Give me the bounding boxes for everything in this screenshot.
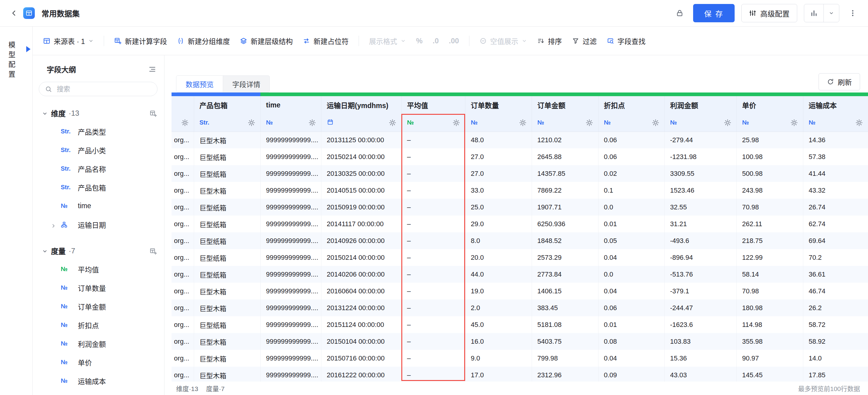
field-item[interactable]: Str.产品名称 bbox=[33, 159, 164, 178]
gear-icon bbox=[652, 119, 659, 127]
column-type-strip bbox=[465, 92, 532, 96]
expand-panel-button[interactable] bbox=[26, 46, 31, 52]
column-settings-button[interactable] bbox=[585, 119, 593, 127]
lock-icon bbox=[676, 9, 684, 17]
table-cell: -244.47 bbox=[664, 300, 737, 316]
string-type-icon: Str. bbox=[199, 119, 209, 126]
advanced-config-button[interactable]: 高级配置 bbox=[741, 4, 797, 22]
table-cell: 0.1 bbox=[598, 182, 664, 199]
table-cell: 218.75 bbox=[737, 232, 803, 249]
gear-icon bbox=[724, 119, 732, 127]
column-settings-button[interactable] bbox=[308, 119, 316, 127]
field-item[interactable]: №订单金额 bbox=[33, 297, 164, 316]
column-header-7[interactable]: 折扣点 bbox=[598, 96, 664, 114]
increase-decimal-button[interactable]: .00 bbox=[449, 37, 459, 45]
decrease-decimal-button[interactable]: .0 bbox=[433, 37, 439, 45]
lock-button[interactable] bbox=[673, 6, 686, 20]
new-calc-field-button[interactable]: 新建计算字段 bbox=[114, 36, 167, 46]
null-display-button[interactable]: 空值展示 bbox=[479, 36, 527, 46]
column-settings-button[interactable] bbox=[724, 119, 732, 127]
column-header-8[interactable]: 利润金额 bbox=[664, 96, 737, 114]
column-header-0[interactable] bbox=[172, 96, 194, 114]
column-header-6[interactable]: 订单金额 bbox=[532, 96, 598, 114]
table-cell: org... bbox=[172, 182, 194, 199]
field-item[interactable]: Str.产品类型 bbox=[33, 122, 164, 141]
column-header-2[interactable]: time bbox=[260, 96, 321, 114]
field-item[interactable]: 运输日期 bbox=[33, 215, 164, 234]
outline-settings-button[interactable] bbox=[148, 65, 156, 73]
search-input[interactable] bbox=[39, 82, 157, 96]
refresh-button[interactable]: 刷新 bbox=[818, 73, 860, 90]
field-item[interactable]: №平均值 bbox=[33, 260, 164, 278]
column-type-strip bbox=[803, 92, 868, 96]
column-type-strip bbox=[737, 92, 803, 96]
table-cell: – bbox=[401, 316, 465, 333]
more-menu-button[interactable] bbox=[846, 6, 860, 20]
back-button[interactable] bbox=[8, 7, 20, 19]
source-table-selector[interactable]: 来源表 · 1 bbox=[43, 36, 94, 46]
column-header-3[interactable]: 运输日期(ymdhms) bbox=[321, 96, 401, 114]
column-header-4[interactable]: 平均值 bbox=[401, 96, 465, 114]
column-header-1[interactable]: 产品包箱 bbox=[194, 96, 260, 114]
field-item[interactable]: №利润金额 bbox=[33, 334, 164, 353]
chart-dropdown-button[interactable] bbox=[824, 4, 839, 22]
table-cell: 45.0 bbox=[465, 316, 532, 333]
toolbar-divider bbox=[469, 36, 469, 46]
table-cell: 1848.52 bbox=[532, 232, 598, 249]
table-row: org...巨型木箱999999999999....20160604 00:00… bbox=[172, 283, 868, 300]
chevron-down-icon bbox=[88, 38, 94, 44]
percent-format-button[interactable]: % bbox=[416, 37, 423, 45]
column-settings-button[interactable] bbox=[248, 119, 255, 127]
create-chart-button[interactable] bbox=[804, 4, 824, 22]
column-header-9[interactable]: 单价 bbox=[737, 96, 803, 114]
column-header-10[interactable]: 运输成本 bbox=[803, 96, 868, 114]
measure-list: №平均值№订单数量№订单金额№折扣点№利润金额№单价№运输成本 bbox=[33, 260, 164, 390]
field-find-button[interactable]: 字段查找 bbox=[607, 36, 646, 46]
column-header-5[interactable]: 订单数量 bbox=[465, 96, 532, 114]
field-item[interactable]: №单价 bbox=[33, 353, 164, 371]
field-item[interactable]: №time bbox=[33, 196, 164, 215]
sort-button[interactable]: 排序 bbox=[537, 36, 562, 46]
column-settings-button[interactable] bbox=[652, 119, 659, 127]
table-cell: 1523.46 bbox=[664, 182, 737, 199]
new-group-dimension-button[interactable]: 新建分组维度 bbox=[177, 36, 230, 46]
model-config-tab[interactable]: 模型配置 bbox=[6, 41, 17, 80]
tab-field-details[interactable]: 字段详情 bbox=[223, 76, 270, 92]
table-cell: 2312.96 bbox=[532, 367, 598, 384]
table-cell: 17.0 bbox=[465, 367, 532, 384]
table-cell: 巨型纸箱 bbox=[194, 148, 260, 165]
table-cell: 262.11 bbox=[737, 215, 803, 232]
collapse-measures-icon[interactable] bbox=[42, 247, 48, 255]
add-measure-button[interactable] bbox=[150, 247, 157, 255]
add-dimension-button[interactable] bbox=[150, 109, 157, 118]
table-row: org...巨型木箱999999999999....20161222 00:00… bbox=[172, 367, 868, 384]
table-cell: – bbox=[401, 300, 465, 316]
field-item[interactable]: №订单数量 bbox=[33, 278, 164, 297]
column-settings-button[interactable] bbox=[389, 119, 397, 127]
field-item[interactable]: №运输成本 bbox=[33, 371, 164, 390]
table-cell: 70.2 bbox=[803, 249, 868, 266]
display-format-button[interactable]: 展示格式 bbox=[369, 36, 406, 46]
new-placeholder-button[interactable]: 新建占位符 bbox=[303, 36, 348, 46]
table-cell: 70.98 bbox=[737, 199, 803, 215]
field-item[interactable]: Str.产品包箱 bbox=[33, 178, 164, 196]
field-item[interactable]: Str.产品小类 bbox=[33, 141, 164, 159]
table-cell: 巨型木箱 bbox=[194, 367, 260, 384]
field-item[interactable]: №折扣点 bbox=[33, 316, 164, 334]
column-settings-button[interactable] bbox=[790, 119, 798, 127]
column-settings-button[interactable] bbox=[181, 119, 189, 127]
table-cell: 999999999999.... bbox=[260, 316, 321, 333]
column-settings-button[interactable] bbox=[519, 119, 527, 127]
column-settings-button[interactable] bbox=[855, 119, 863, 127]
save-button[interactable]: 保 存 bbox=[693, 4, 735, 22]
expand-field-button[interactable] bbox=[50, 221, 57, 230]
filter-button[interactable]: 过滤 bbox=[572, 36, 597, 46]
table-cell: 999999999999.... bbox=[260, 300, 321, 316]
measures-section-header: 度量 ·7 bbox=[42, 245, 157, 256]
numeric-type-icon: № bbox=[61, 322, 75, 329]
new-hierarchy-button[interactable]: 新建层级结构 bbox=[240, 36, 293, 46]
column-settings-button[interactable] bbox=[452, 119, 460, 127]
collapse-dimensions-icon[interactable] bbox=[42, 109, 48, 118]
tab-data-preview[interactable]: 数据预览 bbox=[177, 76, 223, 92]
table-cell: 16.0 bbox=[465, 333, 532, 350]
